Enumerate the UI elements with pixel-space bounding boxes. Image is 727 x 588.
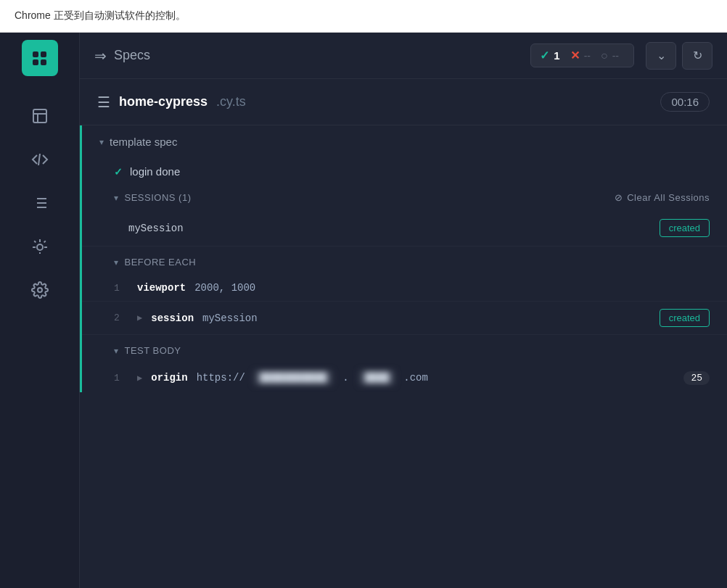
group-label: template spec: [110, 136, 177, 148]
sidebar-item-debug[interactable]: [18, 228, 62, 265]
sidebar-item-selector[interactable]: [18, 185, 62, 221]
sidebar-item-settings[interactable]: [18, 272, 62, 308]
file-icon: ☰: [97, 94, 110, 111]
sidebar-item-layout[interactable]: [18, 98, 62, 134]
refresh-icon: ↻: [693, 49, 702, 62]
main-content: ⇒ Specs ✓ 1 ✕ -- ○ -- ⌄ ↻ ☰: [80, 33, 727, 588]
test-content: ▾ template spec ✓ login done ▾ SESSIONS …: [80, 125, 727, 392]
test-pass-icon: ✓: [114, 166, 123, 178]
status-check-icon: ✓: [540, 49, 549, 62]
file-timer: 00:16: [660, 92, 710, 112]
svg-line-14: [44, 241, 45, 242]
before-each-label: BEFORE EACH: [125, 257, 197, 268]
status-pending-dashes: --: [612, 50, 619, 62]
sessions-chevron-icon: ▾: [114, 193, 119, 203]
list-icon: [31, 194, 49, 212]
file-info: ☰ home-cypress .cy.ts: [97, 94, 246, 111]
expand-arrow-icon: ▶: [137, 312, 142, 323]
app-logo[interactable]: [22, 40, 58, 76]
session-before-each-created-badge: created: [660, 309, 710, 327]
viewport-keyword: viewport: [137, 282, 186, 294]
file-name: home-cypress: [119, 94, 208, 109]
origin-row[interactable]: 1 ▶ origin https:// ███████████ . ████ .…: [82, 363, 727, 392]
session-name: mySession: [128, 223, 184, 234]
before-each-header: ▾ BEFORE EACH: [82, 247, 727, 275]
refresh-button[interactable]: ↻: [682, 42, 712, 70]
bug-icon: [31, 238, 49, 255]
clear-sessions-icon: ⊘: [615, 192, 623, 203]
svg-line-3: [38, 154, 40, 165]
session-keyword: session: [151, 312, 194, 324]
group-chevron-icon: ▾: [99, 137, 104, 147]
logo-dot: [33, 59, 38, 65]
test-body-chevron-icon: ▾: [114, 346, 119, 356]
logo-dot: [33, 51, 38, 57]
chevron-down-button[interactable]: ⌄: [646, 42, 676, 70]
test-item-login-done[interactable]: ✓ login done: [82, 158, 727, 185]
sessions-header: ▾ SESSIONS (1) ⊘ Clear All Sessions: [82, 185, 727, 210]
origin-keyword: origin: [151, 372, 187, 384]
status-spinner-icon: ○: [601, 49, 608, 62]
test-body-label: TEST BODY: [125, 345, 181, 356]
logo-dot: [41, 51, 46, 57]
viewport-row[interactable]: 1 viewport 2000, 1000: [82, 275, 727, 302]
origin-tld: .com: [403, 372, 428, 384]
gear-icon: [31, 281, 49, 299]
svg-point-10: [37, 244, 43, 250]
sidebar-item-runner[interactable]: [18, 141, 62, 178]
line-number-2: 2: [114, 312, 128, 323]
logo-dot: [41, 59, 46, 65]
session-row[interactable]: mySession created: [82, 210, 727, 247]
test-panel: ☰ home-cypress .cy.ts 00:16 ▾ template s…: [80, 79, 727, 588]
test-item-label: login done: [130, 165, 180, 178]
svg-line-13: [34, 241, 36, 242]
file-extension: .cy.ts: [216, 94, 246, 109]
viewport-value: 2000, 1000: [194, 282, 255, 294]
status-fail-dashes: --: [584, 50, 591, 62]
logo-grid: [33, 51, 46, 65]
test-body-header: ▾ TEST BODY: [82, 335, 727, 363]
clear-sessions-label: Clear All Sessions: [627, 192, 710, 203]
before-each-chevron-icon: ▾: [114, 257, 119, 268]
svg-point-17: [38, 288, 42, 292]
file-header: ☰ home-cypress .cy.ts 00:16: [80, 79, 727, 125]
chrome-banner: Chrome 正受到自动测试软件的控制。: [0, 0, 727, 33]
origin-expand-icon: ▶: [137, 373, 142, 384]
specs-label: Specs: [114, 48, 150, 63]
session-value: mySession: [202, 312, 258, 324]
chrome-banner-text: Chrome 正受到自动测试软件的控制。: [15, 9, 186, 22]
session-row-before-each[interactable]: 2 ▶ session mySession created: [82, 302, 727, 335]
svg-rect-0: [33, 109, 46, 123]
origin-dot: .: [341, 372, 350, 384]
specs-status-bar: ✓ 1 ✕ -- ○ --: [530, 44, 634, 67]
status-pass-count: 1: [554, 49, 559, 62]
before-each-section: ▾ BEFORE EACH 1 viewport 2000, 1000 2 ▶ …: [82, 247, 727, 335]
test-body-section: ▾ TEST BODY 1 ▶ origin https:// ████████…: [82, 335, 727, 392]
sessions-header-left: ▾ SESSIONS (1): [114, 192, 191, 203]
line-number-1: 1: [114, 283, 128, 294]
sessions-section: ▾ SESSIONS (1) ⊘ Clear All Sessions mySe…: [82, 185, 727, 247]
origin-url-prefix: https://: [197, 372, 245, 384]
layout-icon: [31, 107, 49, 125]
blurred-url-part2: ████: [359, 370, 395, 385]
sidebar: [0, 33, 80, 588]
blurred-url-part1: ███████████: [254, 370, 332, 385]
clear-sessions-button[interactable]: ⊘ Clear All Sessions: [615, 192, 710, 203]
session-created-badge: created: [660, 219, 710, 237]
code-icon: [31, 151, 49, 168]
chevron-down-icon: ⌄: [657, 49, 666, 62]
origin-count-badge: 25: [683, 371, 710, 385]
origin-line-num: 1: [114, 373, 128, 384]
sessions-label: SESSIONS (1): [125, 192, 192, 203]
status-fail-icon: ✕: [570, 49, 580, 62]
specs-arrow: ⇒: [94, 47, 107, 65]
specs-title: ⇒ Specs: [94, 47, 530, 65]
test-group-header[interactable]: ▾ template spec: [82, 125, 727, 158]
specs-header: ⇒ Specs ✓ 1 ✕ -- ○ -- ⌄ ↻: [80, 33, 727, 79]
